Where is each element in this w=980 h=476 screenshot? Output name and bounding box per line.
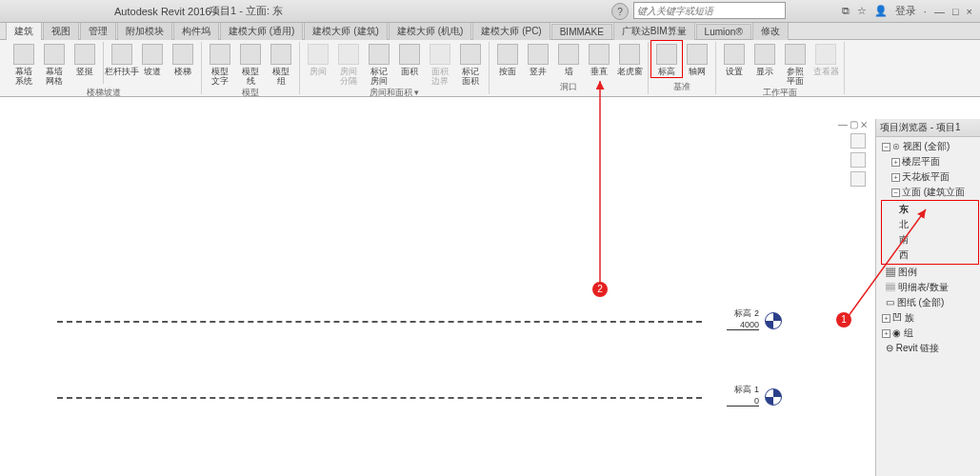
level-tag[interactable]: 标高 24000 xyxy=(727,307,759,330)
browser-tree[interactable]: −⊙ 视图 (全部) +楼层平面 +天花板平面 −立面 (建筑立面 东 北 南 … xyxy=(876,137,980,358)
tab-3[interactable]: 附加模块 xyxy=(117,22,172,40)
ribbon-btn[interactable]: 房间分隔 xyxy=(334,42,363,86)
tab-10[interactable]: 广联达BIM算量 xyxy=(613,22,695,40)
ribbon-btn[interactable]: 面积 xyxy=(395,42,424,76)
tool-icon xyxy=(687,44,708,65)
ribbon-btn[interactable]: 楼梯 xyxy=(169,42,197,76)
ribbon-btn[interactable]: 查看器 xyxy=(811,42,840,76)
level-head-icon[interactable] xyxy=(765,312,782,329)
ribbon-btn[interactable]: 幕墙系统 xyxy=(10,42,38,86)
browser-title: 项目浏览器 - 项目1 xyxy=(876,119,980,137)
drawing-canvas[interactable]: 标高 24000标高 10 xyxy=(0,97,873,476)
tab-7[interactable]: 建模大师 (机电) xyxy=(389,22,471,40)
view-controls: — ▢ ⨯ xyxy=(838,119,868,129)
ribbon-btn[interactable]: 参照平面 xyxy=(781,42,810,86)
tool-icon xyxy=(497,44,518,65)
tool-icon xyxy=(656,44,677,65)
help-icon[interactable]: ? xyxy=(611,3,629,20)
level-line[interactable] xyxy=(57,321,702,323)
view-close-icon[interactable]: ⨯ xyxy=(860,119,868,129)
ribbon-btn[interactable]: 坡道 xyxy=(138,42,167,76)
tab-6[interactable]: 建模大师 (建筑) xyxy=(304,22,387,40)
tool-icon xyxy=(399,44,420,65)
account-area: ⧉ ☆ 👤 登录 · — □ × xyxy=(842,4,972,18)
ribbon-btn[interactable]: 模型线 xyxy=(236,42,265,86)
ribbon-btn[interactable]: 模型组 xyxy=(267,42,295,86)
expand-icon[interactable]: + xyxy=(882,329,890,338)
level-tag[interactable]: 标高 10 xyxy=(727,384,759,407)
tool-icon xyxy=(528,44,549,65)
ribbon-btn[interactable]: 轴网 xyxy=(683,42,711,76)
ribbon-btn[interactable]: 竖挺 xyxy=(70,42,99,76)
nav-pan-icon[interactable] xyxy=(850,171,866,187)
expand-icon[interactable]: + xyxy=(891,158,900,167)
tool-icon xyxy=(44,44,65,65)
ribbon-btn[interactable]: 栏杆扶手 xyxy=(108,42,136,76)
document-title: 项目1 - 立面: 东 xyxy=(210,4,283,18)
ribbon-btn[interactable]: 房间 xyxy=(304,42,332,76)
elev-south[interactable]: 南 xyxy=(899,232,972,248)
ribbon-btn[interactable]: 模型文字 xyxy=(206,42,234,86)
window-close[interactable]: × xyxy=(967,6,972,17)
icon-star[interactable]: ☆ xyxy=(857,5,867,17)
tab-9[interactable]: BIMMAKE xyxy=(551,24,612,39)
ribbon-btn[interactable]: 垂直 xyxy=(585,42,613,76)
tool-icon xyxy=(111,44,132,65)
tool-icon xyxy=(558,44,579,65)
login-link[interactable]: 登录 xyxy=(895,4,916,18)
ribbon-btn[interactable]: 标记房间 xyxy=(365,42,393,86)
elev-north[interactable]: 北 xyxy=(899,217,972,232)
elev-west[interactable]: 西 xyxy=(899,248,972,263)
tool-icon xyxy=(589,44,610,65)
ribbon-btn[interactable]: 设置 xyxy=(720,42,749,76)
tab-12[interactable]: 修改 xyxy=(752,22,789,40)
tool-icon xyxy=(785,44,806,65)
ribbon-btn[interactable]: 竖井 xyxy=(524,42,552,76)
tool-icon xyxy=(13,44,34,65)
ribbon-btn[interactable]: 标高 xyxy=(652,42,681,76)
tool-icon xyxy=(430,44,450,65)
annotation-badge-1: 1 xyxy=(836,312,851,327)
level-line[interactable] xyxy=(57,397,702,399)
tab-1[interactable]: 视图 xyxy=(43,22,79,40)
view-min-icon[interactable]: — xyxy=(838,119,848,129)
tool-icon xyxy=(619,44,640,65)
icon-user[interactable]: 👤 xyxy=(874,5,888,17)
elev-east[interactable]: 东 xyxy=(899,202,972,217)
tool-icon xyxy=(815,44,836,65)
tool-icon xyxy=(240,44,261,65)
tab-0[interactable]: 建筑 xyxy=(6,22,42,40)
ribbon-btn[interactable]: 标记面积 xyxy=(456,42,485,86)
ribbon-btn[interactable]: 墙 xyxy=(554,42,583,76)
collapse-icon[interactable]: − xyxy=(882,143,890,151)
tab-11[interactable]: Lumion® xyxy=(696,24,751,39)
ribbon: 幕墙系统幕墙网格竖挺栏杆扶手坡道楼梯楼梯坡道模型文字模型线模型组模型房间房间分隔… xyxy=(0,40,980,97)
tab-5[interactable]: 建模大师 (通用) xyxy=(220,22,303,40)
tool-icon xyxy=(724,44,745,65)
window-maximize[interactable]: □ xyxy=(952,6,959,17)
ribbon-btn[interactable]: 显示 xyxy=(750,42,779,76)
tool-icon xyxy=(754,44,775,65)
collapse-icon[interactable]: − xyxy=(891,188,900,197)
nav-zoom-icon[interactable] xyxy=(850,152,866,168)
tab-4[interactable]: 构件坞 xyxy=(173,22,219,40)
tool-icon xyxy=(172,44,193,65)
ribbon-btn[interactable]: 老虎窗 xyxy=(615,42,644,76)
ribbon-btn[interactable]: 幕墙网格 xyxy=(40,42,69,86)
annotation-badge-2: 2 xyxy=(592,282,608,297)
tool-icon xyxy=(338,44,359,65)
expand-icon[interactable]: + xyxy=(891,173,900,182)
nav-home-icon[interactable] xyxy=(850,133,866,149)
level-head-icon[interactable] xyxy=(765,388,782,406)
ribbon-btn[interactable]: 面积边界 xyxy=(426,42,454,86)
tool-icon xyxy=(460,44,481,65)
tab-2[interactable]: 管理 xyxy=(80,22,116,40)
window-minimize[interactable]: — xyxy=(934,6,945,17)
tool-icon xyxy=(210,44,230,65)
icon-link[interactable]: ⧉ xyxy=(842,5,850,17)
expand-icon[interactable]: + xyxy=(882,314,890,323)
ribbon-btn[interactable]: 按面 xyxy=(493,42,522,76)
view-restore-icon[interactable]: ▢ xyxy=(850,119,858,129)
tab-8[interactable]: 建模大师 (PC) xyxy=(472,22,550,40)
search-input[interactable] xyxy=(633,2,786,19)
